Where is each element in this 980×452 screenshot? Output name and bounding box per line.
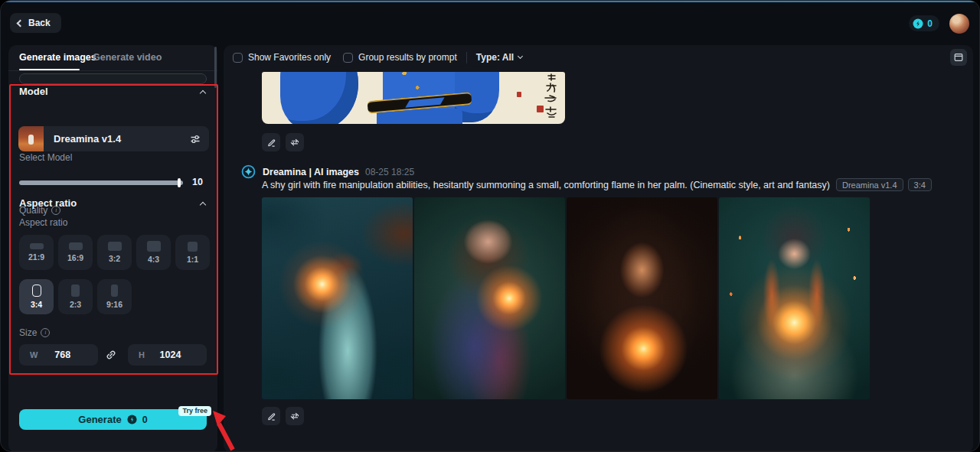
- aspect-shape-icon: [71, 285, 80, 297]
- generated-image-4[interactable]: [719, 197, 870, 399]
- quality-slider[interactable]: [19, 180, 183, 185]
- info-icon[interactable]: i: [41, 328, 50, 337]
- generation-settings-panel: Generate images Generate video Model Sel…: [8, 45, 217, 452]
- calligraphy-strokes: [525, 73, 559, 122]
- aspect-shape-icon: [147, 241, 161, 252]
- aspect-ratio-label: 16:9: [67, 253, 83, 262]
- model-thumbnail: [18, 126, 44, 151]
- app-window: Back 0 Generate images Generate video Mo…: [0, 0, 980, 452]
- aspect-ratio-label: 21:9: [28, 252, 44, 262]
- regenerate-button[interactable]: [286, 407, 304, 425]
- width-field[interactable]: W 768: [19, 344, 98, 366]
- repeat-icon: [289, 411, 300, 421]
- pencil-icon: [266, 138, 276, 148]
- back-label: Back: [28, 18, 51, 28]
- aspect-ratio-label: 9:16: [106, 300, 122, 309]
- aspect-ratio-1-1-button[interactable]: 1:1: [175, 235, 210, 270]
- quality-value: 10: [192, 177, 203, 187]
- red-seal-stamp: [517, 92, 521, 97]
- quality-slider-knob[interactable]: [178, 178, 181, 187]
- aspect-field-label: Aspect ratio: [19, 217, 67, 228]
- generate-label: Generate: [78, 414, 121, 425]
- credits-badge[interactable]: 0: [909, 15, 939, 31]
- aspect-ratio-9-16-button[interactable]: 9:16: [97, 279, 132, 314]
- generated-image-2[interactable]: [414, 197, 565, 399]
- model-collapse-icon[interactable]: [200, 90, 206, 96]
- layout-toggle-button[interactable]: [950, 49, 967, 66]
- prompt-row: A shy girl with fire manipulation abilit…: [262, 178, 962, 191]
- group-checkbox[interactable]: [343, 53, 353, 63]
- model-section-title: Model: [19, 86, 48, 97]
- aspect-ratio-label: 4:3: [148, 255, 159, 264]
- height-field[interactable]: H 1024: [128, 344, 207, 366]
- aspect-ratio-grid: 21:916:93:24:31:13:42:39:16: [19, 235, 210, 314]
- prompt-input-partial[interactable]: [19, 73, 207, 84]
- aspect-shape-icon: [111, 285, 118, 297]
- results-panel: Show Favorites only Group results by pro…: [224, 45, 973, 452]
- select-model-label: Select Model: [19, 152, 72, 163]
- aspect-ratio-16-9-button[interactable]: 16:9: [58, 235, 93, 270]
- result-source-name: Dreamina | AI images: [263, 167, 359, 177]
- previous-result-actions: [262, 133, 304, 151]
- top-bar: Back 0: [1, 1, 979, 44]
- aspect-ratio-21-9-button[interactable]: 21:9: [19, 235, 54, 270]
- height-value: 1024: [145, 350, 196, 360]
- back-button[interactable]: Back: [10, 13, 61, 33]
- result-header: Dreamina | AI images 08-25 18:25: [241, 164, 414, 179]
- favorites-label: Show Favorites only: [248, 52, 331, 63]
- aspect-ratio-2-3-button[interactable]: 2:3: [58, 279, 93, 314]
- size-label: Size: [19, 327, 37, 338]
- aspect-shape-icon: [30, 243, 44, 249]
- aspect-ratio-3-4-button[interactable]: 3:4: [19, 279, 54, 314]
- aspect-shape-icon: [32, 285, 41, 297]
- generate-cost: 0: [142, 415, 148, 425]
- result-tag: Dreamina v1.4: [836, 178, 903, 191]
- model-settings-icon[interactable]: [189, 133, 201, 145]
- generated-image-1[interactable]: [262, 197, 413, 399]
- width-value: 768: [38, 350, 87, 360]
- generated-image-3[interactable]: [567, 197, 717, 399]
- pencil-icon: [266, 411, 276, 421]
- generate-button[interactable]: Generate 0 Try free: [19, 409, 207, 430]
- chevron-left-icon: [17, 19, 24, 27]
- result-timestamp: 08-25 18:25: [365, 167, 414, 177]
- link-dimensions-icon[interactable]: [105, 349, 117, 361]
- regenerate-button[interactable]: [286, 133, 304, 151]
- aspect-shape-icon: [69, 242, 83, 250]
- aspect-ratio-4-3-button[interactable]: 4:3: [136, 235, 171, 270]
- tab-generate-images[interactable]: Generate images: [19, 52, 96, 63]
- dreamina-logo-icon: [241, 164, 256, 179]
- aspect-section-title: Aspect ratio: [19, 197, 77, 209]
- height-axis-label: H: [139, 350, 145, 359]
- prompt-text: A shy girl with fire manipulation abilit…: [262, 180, 830, 190]
- type-filter-dropdown[interactable]: Type: All: [476, 52, 522, 63]
- generator-tabs: Generate images Generate video: [8, 45, 217, 71]
- model-name: Dreamina v1.4: [54, 133, 121, 145]
- sidebar-scrollbar[interactable]: [214, 47, 217, 88]
- edit-button[interactable]: [262, 407, 280, 425]
- aspect-shape-icon: [188, 242, 198, 252]
- coin-icon: [127, 415, 137, 424]
- width-axis-label: W: [30, 350, 38, 359]
- result-actions: [262, 407, 304, 425]
- model-selector[interactable]: Dreamina v1.4: [18, 126, 209, 151]
- aspect-shape-icon: [108, 242, 122, 251]
- try-free-badge: Try free: [178, 406, 211, 416]
- user-avatar[interactable]: [949, 14, 969, 34]
- edit-button[interactable]: [262, 133, 280, 151]
- coin-icon: [913, 18, 923, 29]
- result-tag: 3:4: [908, 178, 932, 191]
- tab-generate-video[interactable]: Generate video: [93, 52, 162, 63]
- chevron-down-icon: [518, 54, 523, 59]
- aspect-collapse-icon[interactable]: [200, 202, 206, 208]
- favorites-checkbox[interactable]: [233, 53, 243, 63]
- repeat-icon: [289, 137, 300, 148]
- divider: [466, 52, 467, 63]
- aspect-ratio-label: 2:3: [70, 300, 81, 309]
- artwork-shape: [280, 72, 358, 124]
- filter-bar: Show Favorites only Group results by pro…: [224, 45, 973, 70]
- active-tab-underline: [19, 69, 80, 70]
- size-label-row: Size i: [19, 327, 50, 338]
- aspect-ratio-3-2-button[interactable]: 3:2: [97, 235, 132, 270]
- previous-result-image[interactable]: [262, 72, 565, 124]
